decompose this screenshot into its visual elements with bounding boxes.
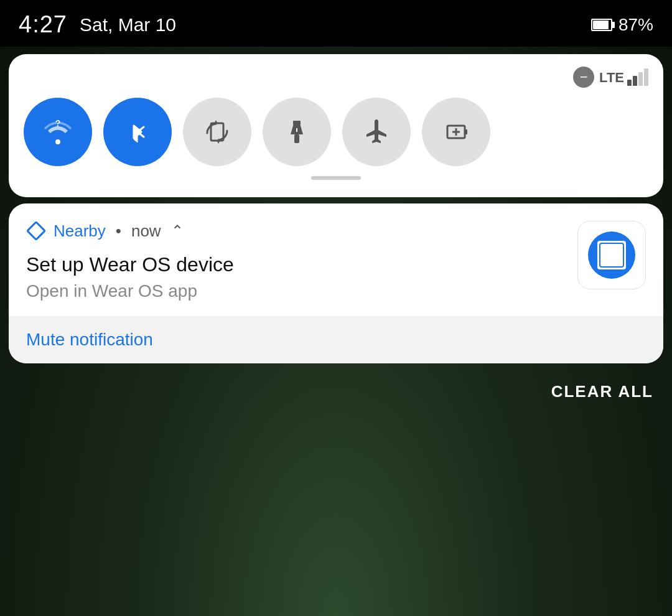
status-time: 4:27 — [19, 11, 67, 38]
flashlight-icon — [281, 116, 313, 148]
signal-bar-4 — [644, 68, 648, 86]
battery-saver-icon — [440, 116, 472, 148]
autorotate-toggle[interactable] — [183, 98, 251, 166]
notif-dot: • — [116, 222, 121, 241]
lte-text: LTE — [599, 70, 624, 86]
notif-icon-area — [577, 221, 646, 289]
status-date: Sat, Mar 10 — [80, 14, 176, 35]
clear-all-row: CLEAR ALL — [0, 363, 672, 414]
nearby-diamond-icon — [26, 221, 46, 241]
svg-rect-9 — [27, 222, 45, 240]
battery-saver-toggle[interactable] — [422, 98, 490, 166]
wear-os-icon — [577, 221, 646, 289]
drag-pill — [311, 176, 361, 180]
notif-actions: Mute notification — [9, 316, 663, 363]
mute-notification-button[interactable]: Mute notification — [26, 330, 153, 350]
status-right: 87% — [591, 15, 653, 35]
notif-app-name: Nearby — [54, 222, 106, 241]
battery-percent: 87% — [618, 15, 653, 35]
bluetooth-icon — [121, 116, 154, 148]
battery-fill — [593, 21, 609, 29]
airplane-icon — [360, 116, 393, 148]
svg-rect-2 — [293, 121, 301, 126]
status-bar: 4:27 Sat, Mar 10 87% — [0, 0, 672, 47]
signal-bar-2 — [633, 76, 637, 86]
svg-rect-12 — [600, 243, 623, 267]
signal-bar-3 — [638, 72, 643, 86]
notif-main[interactable]: Nearby • now ⌃ Set up Wear OS device Ope… — [9, 203, 663, 316]
notif-header: Nearby • now ⌃ — [26, 221, 567, 241]
clear-all-button[interactable]: CLEAR ALL — [551, 382, 653, 401]
drag-handle — [24, 176, 648, 180]
notif-content: Nearby • now ⌃ Set up Wear OS device Ope… — [26, 221, 567, 301]
svg-text:?: ? — [55, 118, 61, 128]
notif-subtitle: Open in Wear OS app — [26, 281, 567, 301]
battery-icon — [591, 19, 612, 31]
qs-icons-row: ? — [24, 98, 648, 166]
signal-bar-1 — [627, 80, 632, 86]
airplane-toggle[interactable] — [342, 98, 411, 166]
notif-title: Set up Wear OS device — [26, 253, 567, 276]
svg-rect-3 — [294, 134, 299, 143]
svg-rect-1 — [211, 123, 223, 141]
do-not-disturb-icon[interactable]: − — [573, 67, 594, 88]
autorotate-icon — [201, 116, 233, 148]
qs-top-row: − LTE — [24, 67, 648, 88]
svg-rect-6 — [465, 129, 467, 134]
wifi-toggle[interactable]: ? — [24, 98, 92, 166]
signal-bars — [627, 68, 648, 86]
status-left: 4:27 Sat, Mar 10 — [19, 11, 176, 38]
lte-signal: LTE — [599, 68, 648, 86]
notification-panel: Nearby • now ⌃ Set up Wear OS device Ope… — [9, 203, 663, 363]
chevron-up-icon: ⌃ — [171, 222, 184, 240]
quick-settings-panel: − LTE ? — [9, 54, 663, 197]
notif-time: now — [131, 222, 161, 241]
wifi-icon: ? — [42, 116, 74, 148]
flashlight-toggle[interactable] — [263, 98, 331, 166]
bluetooth-toggle[interactable] — [103, 98, 172, 166]
